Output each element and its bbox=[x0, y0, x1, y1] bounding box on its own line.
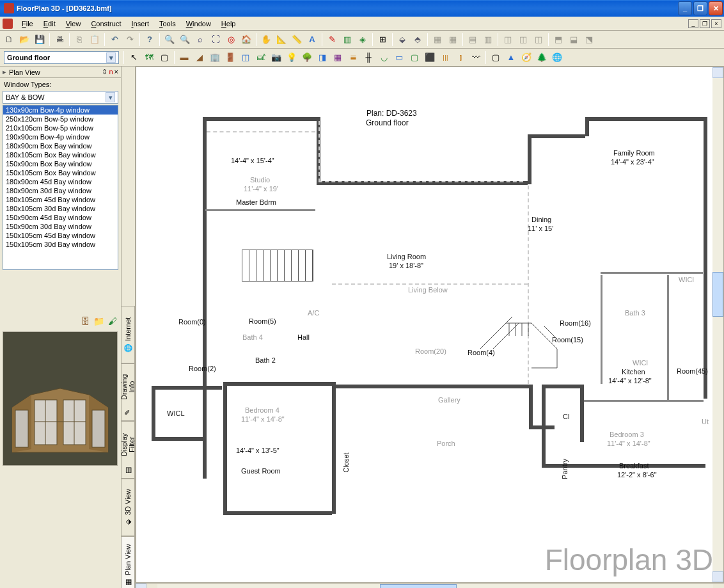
menu-window[interactable]: Window bbox=[181, 19, 216, 29]
sky-icon[interactable]: ▲ bbox=[504, 51, 518, 65]
window-type-item[interactable]: 180x90cm 30d Bay window bbox=[3, 186, 118, 195]
menu-view[interactable]: View bbox=[61, 19, 86, 29]
close-button[interactable]: ✕ bbox=[709, 1, 723, 15]
align1-icon[interactable]: ▦ bbox=[430, 33, 445, 47]
railing-icon[interactable]: ╫ bbox=[361, 51, 375, 65]
scroll-right-icon[interactable] bbox=[136, 584, 146, 589]
tab-drawing-info[interactable]: ✎Drawing Info bbox=[122, 363, 135, 421]
column-icon[interactable]: ⬛ bbox=[423, 51, 437, 65]
folder-icon[interactable]: 📁 bbox=[93, 316, 104, 326]
tab-plan-view[interactable]: ▦Plan View bbox=[122, 536, 135, 588]
minimize-button[interactable]: _ bbox=[678, 1, 692, 15]
window-type-item[interactable]: 180x105cm 45d Bay window bbox=[3, 195, 118, 204]
arr2-icon[interactable]: ◫ bbox=[516, 33, 530, 47]
menu-insert[interactable]: Insert bbox=[126, 19, 154, 29]
building-icon[interactable]: 🏢 bbox=[208, 51, 222, 65]
undo-icon[interactable]: ↶ bbox=[107, 33, 122, 47]
path-icon[interactable]: 〰 bbox=[469, 51, 483, 65]
plant-icon[interactable]: 🌳 bbox=[300, 51, 314, 65]
zoom-region-icon[interactable]: ⌕ bbox=[193, 33, 207, 47]
dist2-icon[interactable]: ▥ bbox=[481, 33, 495, 47]
scroll-up-icon[interactable] bbox=[712, 67, 723, 78]
grp2-icon[interactable]: ⬓ bbox=[567, 33, 581, 47]
menu-file[interactable]: File bbox=[17, 19, 38, 29]
pointer-icon[interactable]: ↖ bbox=[127, 51, 141, 65]
collapse-arrow-icon[interactable]: ▸ bbox=[3, 68, 6, 76]
tile-icon[interactable]: ◨ bbox=[315, 51, 329, 65]
window-type-item[interactable]: 180x105cm Box Bay window bbox=[3, 150, 118, 159]
arr1-icon[interactable]: ◫ bbox=[501, 33, 515, 47]
snap1-icon[interactable]: ⬙ bbox=[395, 33, 409, 47]
zoom-extents-icon[interactable]: ⛶ bbox=[209, 33, 223, 47]
window-type-item[interactable]: 210x105cm Bow-5p window bbox=[3, 123, 118, 132]
pool-icon[interactable]: ▭ bbox=[392, 51, 406, 65]
hand-icon[interactable]: ✋ bbox=[259, 33, 273, 47]
ruler-icon[interactable]: 📏 bbox=[290, 33, 304, 47]
dropdown-arrow-icon[interactable]: ▾ bbox=[106, 92, 115, 102]
mdi-restore[interactable]: ❐ bbox=[700, 19, 710, 28]
measure-icon[interactable]: 📐 bbox=[274, 33, 288, 47]
window-type-item[interactable]: 180x90cm Box Bay window bbox=[3, 141, 118, 150]
redo-icon[interactable]: ↷ bbox=[123, 33, 137, 47]
door-icon[interactable]: 🚪 bbox=[223, 51, 237, 65]
arr3-icon[interactable]: ◫ bbox=[531, 33, 546, 47]
marker-icon[interactable]: ✎ bbox=[325, 33, 339, 47]
zoom-in-icon[interactable]: 🔍 bbox=[162, 33, 177, 47]
globe-icon[interactable]: 🌐 bbox=[550, 51, 564, 65]
horizontal-scrollbar[interactable] bbox=[136, 583, 724, 588]
roof-icon[interactable]: ◢ bbox=[193, 51, 207, 65]
furniture-icon[interactable]: 🛋 bbox=[254, 51, 268, 65]
window-type-item[interactable]: 180x105cm 30d Bay window bbox=[3, 204, 118, 213]
tab-display-filter[interactable]: ▤Display Filter bbox=[122, 421, 135, 479]
maximize-button[interactable]: ❐ bbox=[693, 1, 707, 15]
window-type-item[interactable]: 190x90cm Bow-4p window bbox=[3, 132, 118, 141]
paint-icon[interactable]: ▦ bbox=[331, 51, 345, 65]
compass-icon[interactable]: 🧭 bbox=[519, 51, 533, 65]
window-type-item[interactable]: 250x120cm Bow-5p window bbox=[3, 115, 118, 123]
home-icon[interactable]: 🏠 bbox=[239, 33, 253, 47]
map-icon[interactable]: 🗺 bbox=[142, 51, 156, 65]
window-icon[interactable]: ◫ bbox=[239, 51, 253, 65]
window-types-list[interactable]: 130x90cm Bow-4p window250x120cm Bow-5p w… bbox=[3, 105, 118, 270]
paste-icon[interactable]: 📋 bbox=[88, 33, 102, 47]
save-icon[interactable]: 💾 bbox=[33, 33, 47, 47]
window-type-item[interactable]: 150x105cm Box Bay window bbox=[3, 168, 118, 177]
close-panel-icon[interactable]: × bbox=[114, 68, 118, 76]
vertical-scrollbar[interactable] bbox=[712, 67, 723, 582]
camera-icon[interactable]: 📷 bbox=[269, 51, 283, 65]
dist1-icon[interactable]: ▤ bbox=[466, 33, 480, 47]
mdi-minimize[interactable]: _ bbox=[688, 19, 698, 28]
materials-icon[interactable]: ◈ bbox=[356, 33, 370, 47]
menu-help[interactable]: Help bbox=[216, 19, 241, 29]
window-type-item[interactable]: 150x90cm 45d Bay window bbox=[3, 213, 118, 222]
align2-icon[interactable]: ▦ bbox=[446, 33, 460, 47]
hscroll-thumb[interactable] bbox=[380, 584, 457, 589]
gate-icon[interactable]: ⫿ bbox=[453, 51, 468, 65]
window-type-item[interactable]: 150x90cm 30d Bay window bbox=[3, 222, 118, 231]
fence-icon[interactable]: ⫼ bbox=[438, 51, 452, 65]
grp1-icon[interactable]: ⬒ bbox=[551, 33, 565, 47]
menu-edit[interactable]: Edit bbox=[38, 19, 61, 29]
window-type-item[interactable]: 180x90cm 45d Bay window bbox=[3, 177, 118, 186]
drawing-canvas[interactable]: Plan: DD-3623 Ground floor bbox=[136, 67, 724, 583]
layer-icon[interactable]: ▢ bbox=[489, 51, 503, 65]
zoom-target-icon[interactable]: ◎ bbox=[224, 33, 238, 47]
help-icon[interactable]: ? bbox=[143, 33, 157, 47]
menu-construct[interactable]: Construct bbox=[86, 19, 126, 29]
box-icon[interactable]: ▢ bbox=[157, 51, 171, 65]
window-types-select[interactable]: BAY & BOW ▾ bbox=[3, 91, 118, 104]
open-icon[interactable]: 📂 bbox=[17, 33, 31, 47]
grp3-icon[interactable]: ⬔ bbox=[582, 33, 596, 47]
brush-icon[interactable]: 🖌 bbox=[108, 316, 117, 326]
light-icon[interactable]: 💡 bbox=[285, 51, 299, 65]
floor-selector[interactable]: Ground floor ▾ bbox=[4, 51, 119, 64]
tree2-icon[interactable]: 🌲 bbox=[535, 51, 549, 65]
print-icon[interactable]: 🖶 bbox=[52, 33, 67, 47]
drawer-icon[interactable]: 🗄 bbox=[81, 316, 90, 326]
pin-icon[interactable]: ⇕ bbox=[102, 68, 107, 76]
window-type-item[interactable]: 150x90cm Box Bay window bbox=[3, 159, 118, 168]
text-icon[interactable]: A bbox=[305, 33, 319, 47]
n-icon[interactable]: n bbox=[109, 68, 113, 76]
terrain-icon[interactable]: ◡ bbox=[377, 51, 391, 65]
snap2-icon[interactable]: ⬘ bbox=[411, 33, 425, 47]
